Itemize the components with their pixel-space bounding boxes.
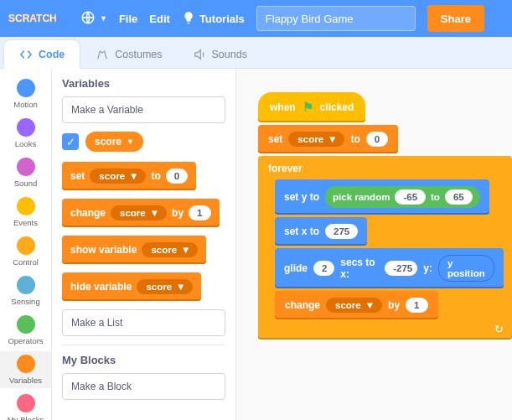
tab-row: Code Costumes Sounds [0, 37, 512, 69]
costumes-icon [96, 48, 109, 61]
variable-checkbox[interactable]: ✓ [62, 133, 79, 150]
svg-text:SCRATCH: SCRATCH [8, 13, 57, 24]
variable-row[interactable]: ✓ score▼ [62, 132, 225, 152]
myblocks-dot-icon [17, 394, 35, 412]
var-dropdown[interactable]: score▼ [90, 169, 146, 184]
variables-heading: Variables [62, 77, 225, 90]
category-control[interactable]: Control [0, 233, 51, 270]
category-variables[interactable]: Variables [0, 351, 51, 388]
sensing-dot-icon [17, 276, 35, 294]
number-input[interactable]: 0 [166, 169, 188, 184]
category-events[interactable]: Events [0, 194, 51, 231]
category-sound[interactable]: Sound [0, 154, 51, 191]
number-input[interactable]: 2 [313, 261, 334, 276]
block-set-y[interactable]: set y to pick random -65 to 65 [275, 179, 489, 215]
block-change-score[interactable]: change score▼ by 1 [275, 291, 438, 319]
control-dot-icon [17, 236, 35, 255]
block-when-flag-clicked[interactable]: when ⚑ clicked [258, 92, 365, 122]
number-input[interactable]: 1 [406, 298, 427, 313]
category-sensing[interactable]: Sensing [0, 272, 51, 309]
category-looks[interactable]: Looks [0, 115, 51, 152]
block-change-variable[interactable]: change score▼ by 1 [62, 199, 220, 227]
block-forever[interactable]: forever set y to pick random -65 to 65 s… [258, 156, 512, 340]
category-motion[interactable]: Motion [0, 75, 51, 112]
caret-down-icon: ▼ [127, 137, 134, 146]
var-dropdown[interactable]: score▼ [142, 242, 198, 257]
language-menu[interactable]: ▼ [80, 10, 107, 28]
category-myblocks[interactable]: My Blocks [0, 391, 51, 420]
var-dropdown[interactable]: score▼ [326, 298, 382, 313]
tutorials-button[interactable]: Tutorials [182, 11, 245, 27]
var-dropdown[interactable]: score▼ [137, 279, 193, 294]
var-dropdown[interactable]: score▼ [288, 132, 344, 147]
project-title-input[interactable] [256, 6, 416, 31]
divider [62, 345, 225, 345]
script-stack[interactable]: when ⚑ clicked set score▼ to 0 forever s… [258, 92, 512, 340]
main-area: Motion Looks Sound Events Control Sensin… [0, 69, 512, 420]
block-set-score-0[interactable]: set score▼ to 0 [258, 125, 398, 153]
sound-dot-icon [17, 158, 35, 176]
block-show-variable[interactable]: show variable score▼ [62, 236, 206, 264]
category-column: Motion Looks Sound Events Control Sensin… [0, 69, 52, 420]
make-block-button[interactable]: Make a Block [62, 373, 225, 400]
code-icon [19, 48, 33, 61]
number-input[interactable]: 275 [325, 224, 358, 239]
variable-reporter-score[interactable]: score▼ [85, 132, 143, 152]
menu-bar: SCRATCH ▼ File Edit Tutorials Share [0, 0, 512, 37]
variables-dot-icon [17, 355, 35, 373]
share-button[interactable]: Share [427, 5, 484, 32]
block-set-x[interactable]: set x to 275 [275, 217, 367, 246]
forever-label: forever [266, 163, 504, 174]
myblocks-heading: My Blocks [62, 354, 225, 366]
file-menu[interactable]: File [119, 13, 137, 25]
category-operators[interactable]: Operators [0, 312, 51, 349]
looks-dot-icon [17, 118, 35, 137]
make-list-button[interactable]: Make a List [62, 309, 225, 336]
number-input[interactable]: 65 [445, 189, 473, 205]
number-input[interactable]: -65 [395, 189, 426, 205]
sounds-icon [193, 48, 206, 61]
tab-costumes[interactable]: Costumes [80, 40, 177, 68]
number-input[interactable]: 0 [366, 132, 388, 147]
events-dot-icon [17, 197, 35, 215]
number-input[interactable]: 1 [189, 205, 210, 220]
reporter-y-position[interactable]: y position [438, 255, 494, 282]
block-hide-variable[interactable]: hide variable score▼ [62, 272, 201, 301]
var-dropdown[interactable]: score▼ [111, 205, 167, 220]
edit-menu[interactable]: Edit [149, 13, 170, 25]
make-variable-button[interactable]: Make a Variable [62, 96, 225, 123]
number-input[interactable]: -275 [385, 261, 417, 276]
block-set-variable[interactable]: set score▼ to 0 [62, 162, 196, 190]
block-glide[interactable]: glide 2 secs to x: -275 y: y position [275, 248, 504, 288]
green-flag-icon: ⚑ [303, 100, 313, 115]
block-palette: Variables Make a Variable ✓ score▼ set s… [52, 69, 236, 420]
caret-down-icon: ▼ [100, 14, 107, 23]
motion-dot-icon [17, 79, 35, 97]
operators-dot-icon [17, 315, 35, 334]
script-workspace[interactable]: when ⚑ clicked set score▼ to 0 forever s… [236, 69, 512, 420]
block-pick-random[interactable]: pick random -65 to 65 [325, 186, 480, 208]
tab-sounds[interactable]: Sounds [178, 40, 262, 68]
scratch-logo[interactable]: SCRATCH [8, 8, 69, 29]
tab-code[interactable]: Code [3, 39, 80, 69]
globe-icon [80, 10, 96, 28]
lightbulb-icon [182, 11, 195, 27]
loop-arrow-icon: ↻ [494, 323, 504, 335]
